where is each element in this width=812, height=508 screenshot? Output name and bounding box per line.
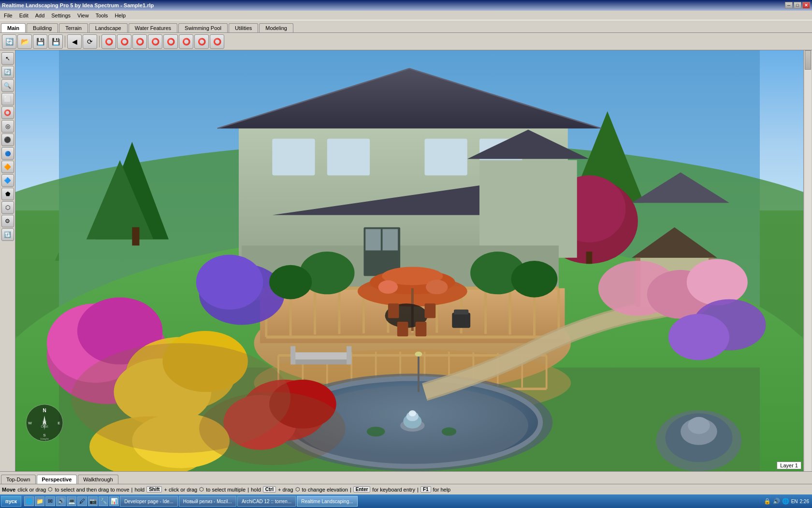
tool-blue[interactable]: 🔵 — [1, 147, 14, 160]
svg-point-121 — [415, 352, 422, 357]
tab-terrain[interactable]: Terrain — [59, 23, 88, 32]
taskbar-icon3[interactable]: ✉ — [45, 496, 55, 506]
taskbar-icon5[interactable]: 💻 — [67, 496, 76, 506]
toolbar-save[interactable]: 💾 — [33, 34, 47, 49]
menu-edit[interactable]: Edit — [16, 12, 31, 19]
tool-circle[interactable]: ⭕ — [1, 106, 14, 119]
status-hold2: hold — [251, 487, 261, 493]
taskbar-icon7[interactable]: 📷 — [88, 496, 98, 506]
toolbar-btn1[interactable]: ⭕ — [102, 34, 116, 49]
menu-view[interactable]: View — [74, 12, 92, 19]
svg-rect-119 — [347, 346, 351, 365]
menu-file[interactable]: File — [1, 12, 15, 19]
svg-rect-71 — [416, 322, 427, 336]
tab-swimming-pool[interactable]: Swimming Pool — [178, 23, 228, 32]
svg-rect-25 — [479, 160, 577, 258]
svg-point-113 — [511, 261, 558, 298]
toolbar-undo[interactable]: ◀ — [67, 34, 82, 49]
tool-rect[interactable]: ⬜ — [1, 93, 14, 105]
tool-select[interactable]: ↖ — [1, 52, 14, 65]
menu-help[interactable]: Help — [112, 12, 129, 19]
taskbar-app-developer[interactable]: Developer page - Ide... — [120, 496, 178, 507]
viewport[interactable]: N S W E Orbit Height Layer 1 — [15, 50, 803, 471]
svg-point-107 — [687, 259, 748, 305]
svg-rect-72 — [452, 313, 470, 328]
toolbar-save2[interactable]: 💾 — [48, 34, 63, 49]
tool-oval[interactable]: ◎ — [1, 120, 14, 133]
tool-polygon[interactable]: 🔶 — [1, 161, 14, 173]
toolbar-btn8[interactable]: ⭕ — [210, 34, 224, 49]
toolbar-sep2 — [99, 36, 100, 47]
svg-text:N: N — [43, 408, 46, 413]
tool-refresh[interactable]: 🔃 — [1, 228, 14, 241]
tool-hex[interactable]: ⬟ — [1, 188, 14, 200]
toolbar-btn4[interactable]: ⭕ — [148, 34, 162, 49]
tool-zoom[interactable]: 🔍 — [1, 79, 14, 92]
menu-settings[interactable]: Settings — [48, 12, 73, 19]
tab-main[interactable]: Main — [1, 23, 26, 32]
start-button[interactable]: пуск — [1, 496, 21, 507]
status-bar: Move click or drag ⬡ to select and then … — [0, 484, 812, 494]
toolbar-new[interactable]: 🔄 — [2, 34, 16, 49]
taskbar-icon8[interactable]: 🔧 — [99, 496, 108, 506]
view-tab-perspective[interactable]: Perspective — [37, 475, 77, 484]
svg-rect-117 — [290, 359, 351, 364]
tab-building[interactable]: Building — [27, 23, 58, 32]
svg-point-115 — [378, 280, 398, 294]
toolbar-redo[interactable]: ⟳ — [83, 34, 97, 49]
menu-bar: File Edit Add Settings View Tools Help — [0, 11, 812, 20]
toolbar: 🔄 📂 💾 💾 ◀ ⟳ ⭕ ⭕ ⭕ ⭕ ⭕ ⭕ ⭕ ⭕ — [0, 33, 812, 50]
tool-rotate[interactable]: 🔄 — [1, 66, 14, 78]
tab-utilities[interactable]: Utilities — [229, 23, 258, 32]
status-elevation-hint: to change elevation — [302, 487, 348, 493]
start-label: пуск — [5, 498, 17, 504]
toolbar-btn7[interactable]: ⭕ — [194, 34, 209, 49]
taskbar-icon9[interactable]: 📊 — [109, 496, 119, 506]
scrollbar-track[interactable] — [805, 50, 811, 471]
taskbar-icon6[interactable]: 🖊 — [77, 496, 87, 506]
svg-point-104 — [196, 254, 263, 309]
toolbar-btn2[interactable]: ⭕ — [117, 34, 131, 49]
title-bar-controls: ─ □ ✕ — [785, 2, 810, 9]
tab-landscape[interactable]: Landscape — [89, 23, 128, 32]
toolbar-btn3[interactable]: ⭕ — [132, 34, 147, 49]
tool-shape[interactable]: 🔷 — [1, 174, 14, 187]
tool-hex2[interactable]: ⬡ — [1, 201, 14, 214]
tab-water-features[interactable]: Water Features — [129, 23, 177, 32]
taskbar-icon1[interactable]: 🌐 — [24, 496, 34, 506]
tool-settings[interactable]: ⚙ — [1, 215, 14, 227]
taskbar-app-realtime[interactable]: Realtime Landscaping... — [297, 496, 357, 507]
taskbar-app-mozilla[interactable]: Новый релиз - Mozil... — [179, 496, 236, 507]
tool-dot[interactable]: ⚫ — [1, 134, 14, 146]
minimize-button[interactable]: ─ — [785, 2, 793, 9]
status-pointer-icon2: ⬡ — [199, 486, 204, 493]
menu-tools[interactable]: Tools — [93, 12, 111, 19]
svg-rect-30 — [383, 229, 398, 250]
title-bar: Realtime Landscaping Pro 5 by Idea Spect… — [0, 0, 812, 11]
svg-point-81 — [409, 410, 416, 417]
status-help-hint: for help — [433, 487, 451, 493]
tray-icon2: 🔊 — [773, 498, 780, 505]
toolbar-open[interactable]: 📂 — [17, 34, 32, 49]
toolbar-btn5[interactable]: ⭕ — [163, 34, 178, 49]
taskbar-icon2[interactable]: 📁 — [35, 496, 44, 506]
view-tab-topdown[interactable]: Top-Down — [1, 475, 36, 484]
view-tab-walkthrough[interactable]: Walkthrough — [78, 475, 118, 484]
status-sep4: | — [417, 487, 419, 493]
tab-modeling[interactable]: Modeling — [259, 23, 293, 32]
taskbar-icon4[interactable]: 🔊 — [56, 496, 66, 506]
status-enter-key: Enter — [353, 486, 371, 493]
menu-add[interactable]: Add — [32, 12, 48, 19]
scrollbar-thumb[interactable] — [805, 50, 811, 70]
maximize-button[interactable]: □ — [794, 2, 801, 9]
svg-point-109 — [668, 314, 729, 360]
toolbar-btn6[interactable]: ⭕ — [179, 34, 193, 49]
svg-point-123 — [199, 392, 346, 465]
toolbar-sep1 — [65, 36, 65, 47]
taskbar-app-archicad[interactable]: ArchiCAD 12 :: torren... — [237, 496, 296, 507]
svg-point-83 — [442, 427, 456, 436]
svg-rect-68 — [388, 303, 399, 318]
close-button[interactable]: ✕ — [802, 2, 810, 9]
taskbar-right: 🔒 🔊 🌐 EN 2:26 — [764, 498, 811, 505]
svg-point-112 — [269, 265, 312, 299]
